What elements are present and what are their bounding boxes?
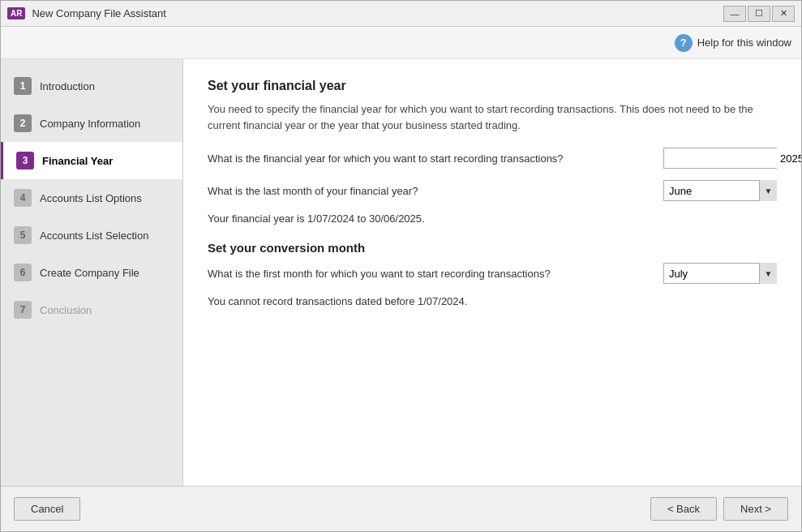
step-num-2: 2 xyxy=(14,114,32,132)
sidebar-item-financial-year[interactable]: 3 Financial Year xyxy=(1,142,182,179)
footer-left: Cancel xyxy=(14,497,650,521)
help-button[interactable]: ? Help for this window xyxy=(675,34,791,52)
financial-year-info: Your financial year is 1/07/2024 to 30/0… xyxy=(208,212,777,225)
financial-year-spinbox: ▲ ▼ xyxy=(663,148,777,169)
help-label: Help for this window xyxy=(697,36,791,49)
conversion-month-select-wrap: January February March April May June Ju… xyxy=(663,263,777,284)
last-month-control: January February March April May June Ju… xyxy=(663,180,777,201)
step-num-1: 1 xyxy=(14,77,32,95)
close-button[interactable]: ✕ xyxy=(772,6,795,22)
step-num-7: 7 xyxy=(14,301,32,319)
step-num-6: 6 xyxy=(14,264,32,281)
sidebar-item-conclusion[interactable]: 7 Conclusion xyxy=(1,291,182,328)
last-month-select-wrap: January February March April May June Ju… xyxy=(663,180,777,201)
window-title: New Company File Assistant xyxy=(32,7,723,19)
sidebar-label-financial-year: Financial Year xyxy=(42,155,113,167)
conversion-section-title: Set your conversion month xyxy=(208,241,777,255)
conversion-month-control: January February March April May June Ju… xyxy=(663,263,777,284)
conversion-month-select[interactable]: January February March April May June Ju… xyxy=(663,263,777,284)
main-window: AR New Company File Assistant — ☐ ✕ ? He… xyxy=(0,0,802,532)
conversion-month-label: What is the first month for which you wa… xyxy=(208,268,655,280)
conversion-month-row: What is the first month for which you wa… xyxy=(208,263,777,284)
financial-year-input[interactable] xyxy=(664,148,801,168)
cancel-button[interactable]: Cancel xyxy=(14,497,80,521)
content-area: 1 Introduction 2 Company Information 3 F… xyxy=(1,59,801,486)
sidebar-item-introduction[interactable]: 1 Introduction xyxy=(1,67,182,105)
help-icon: ? xyxy=(675,34,693,52)
help-bar: ? Help for this window xyxy=(1,27,801,59)
sidebar-item-company-information[interactable]: 2 Company Information xyxy=(1,105,182,142)
last-month-row: What is the last month of your financial… xyxy=(208,180,777,201)
sidebar-label-conclusion: Conclusion xyxy=(40,304,92,316)
sidebar-label-create-company-file: Create Company File xyxy=(40,267,139,279)
minimize-button[interactable]: — xyxy=(723,6,746,22)
step-num-5: 5 xyxy=(14,226,32,244)
next-button[interactable]: Next > xyxy=(723,497,788,521)
financial-year-row: What is the financial year for which you… xyxy=(208,148,777,169)
financial-year-control: ▲ ▼ xyxy=(663,148,777,169)
step-num-3: 3 xyxy=(16,152,34,169)
step-num-4: 4 xyxy=(14,189,32,207)
financial-year-label: What is the financial year for which you… xyxy=(208,152,655,165)
sidebar-item-create-company-file[interactable]: 6 Create Company File xyxy=(1,254,182,291)
main-content-panel: Set your financial year You need to spec… xyxy=(183,59,801,486)
last-month-label: What is the last month of your financial… xyxy=(208,185,655,197)
section-description: You need to specify the financial year f… xyxy=(208,101,777,133)
sidebar-label-company-information: Company Information xyxy=(40,118,140,130)
titlebar: AR New Company File Assistant — ☐ ✕ xyxy=(1,1,801,27)
last-month-select[interactable]: January February March April May June Ju… xyxy=(663,180,777,201)
back-button[interactable]: < Back xyxy=(650,497,717,521)
app-logo: AR xyxy=(7,7,25,19)
sidebar-item-accounts-list-selection[interactable]: 5 Accounts List Selection xyxy=(1,217,182,254)
sidebar-label-accounts-list-options: Accounts List Options xyxy=(40,192,142,204)
conversion-info: You cannot record transactions dated bef… xyxy=(208,295,777,307)
titlebar-buttons: — ☐ ✕ xyxy=(723,6,795,22)
maximize-button[interactable]: ☐ xyxy=(748,6,770,22)
sidebar-label-introduction: Introduction xyxy=(40,80,95,92)
sidebar: 1 Introduction 2 Company Information 3 F… xyxy=(1,59,183,486)
section-title: Set your financial year xyxy=(208,79,777,93)
footer-right: < Back Next > xyxy=(650,497,788,521)
footer: Cancel < Back Next > xyxy=(1,486,801,531)
sidebar-label-accounts-list-selection: Accounts List Selection xyxy=(40,230,148,242)
sidebar-item-accounts-list-options[interactable]: 4 Accounts List Options xyxy=(1,179,182,217)
